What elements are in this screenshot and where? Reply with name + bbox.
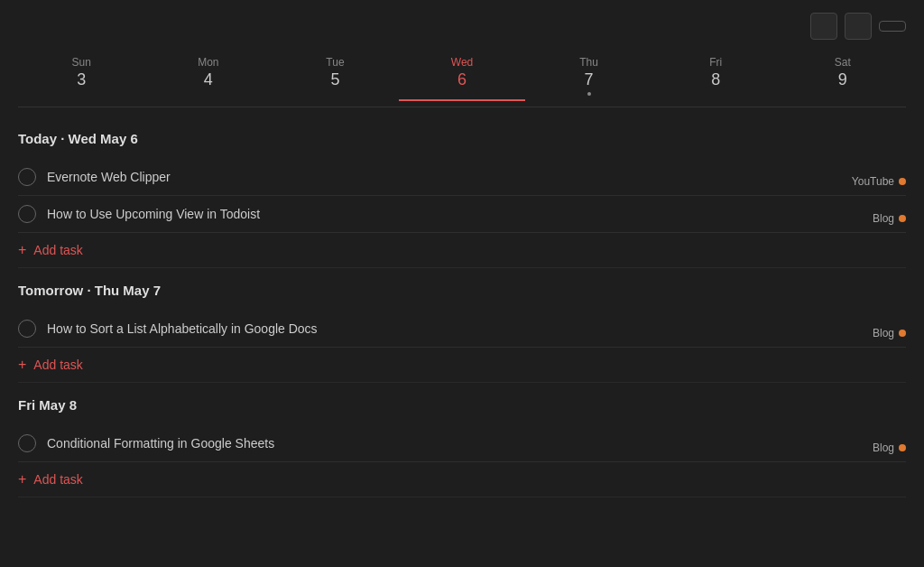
day-number: 4 (145, 70, 273, 89)
main-content: Today · Wed May 6Evernote Web ClipperYou… (0, 107, 924, 567)
today-button[interactable] (879, 21, 906, 32)
tag-color-dot (899, 215, 906, 222)
task-label: Conditional Formatting in Google Sheets (47, 436, 906, 451)
tag-color-dot (899, 178, 906, 185)
day-col-thu[interactable]: Thu7 (525, 52, 652, 99)
add-task-button[interactable]: +Add task (18, 462, 906, 497)
section-header-2: Fri May 8 (18, 397, 906, 418)
task-complete-circle[interactable] (18, 168, 36, 186)
day-name: Mon (145, 56, 273, 69)
add-task-label: Add task (33, 472, 82, 487)
add-task-button[interactable]: +Add task (18, 348, 906, 383)
day-name: Sun (18, 56, 145, 69)
add-task-label: Add task (33, 243, 82, 257)
day-col-sat[interactable]: Sat9 (779, 52, 906, 99)
day-number: 8 (652, 70, 780, 89)
day-number: 5 (272, 70, 399, 89)
add-task-button[interactable]: +Add task (18, 233, 906, 268)
task-complete-circle[interactable] (18, 320, 36, 338)
day-col-tue[interactable]: Tue5 (272, 52, 399, 99)
day-name: Fri (652, 56, 780, 69)
task-label: Evernote Web Clipper (47, 170, 906, 184)
task-tag: Blog (873, 212, 906, 225)
tag-color-dot (899, 444, 906, 451)
day-number: 7 (525, 70, 652, 89)
plus-icon: + (18, 471, 26, 488)
plus-icon: + (18, 357, 26, 373)
task-row: Evernote Web ClipperYouTube (18, 159, 906, 196)
day-col-fri[interactable]: Fri8 (652, 52, 780, 99)
day-name: Wed (399, 56, 526, 69)
day-dot (587, 92, 591, 96)
day-number: 6 (399, 70, 526, 89)
day-name: Tue (272, 56, 399, 69)
day-name: Thu (525, 56, 652, 69)
section-header-0: Today · Wed May 6 (18, 131, 906, 152)
section-header-1: Tomorrow · Thu May 7 (18, 283, 906, 303)
task-row: How to Sort a List Alphabetically in Goo… (18, 311, 906, 348)
task-row: How to Use Upcoming View in TodoistBlog (18, 196, 906, 233)
task-label: How to Sort a List Alphabetically in Goo… (47, 321, 906, 336)
task-complete-circle[interactable] (18, 205, 36, 223)
task-tag: Blog (873, 442, 906, 454)
prev-button[interactable] (810, 13, 837, 40)
task-complete-circle[interactable] (18, 434, 36, 452)
task-label: How to Use Upcoming View in Todoist (47, 207, 906, 221)
header (0, 0, 924, 52)
day-col-mon[interactable]: Mon4 (145, 52, 273, 99)
header-right (810, 13, 906, 40)
day-number: 3 (18, 70, 145, 89)
day-name: Sat (779, 56, 906, 69)
task-row: Conditional Formatting in Google SheetsB… (18, 425, 906, 462)
task-tag: Blog (873, 327, 906, 339)
task-tag: YouTube (852, 175, 906, 188)
day-number: 9 (779, 70, 906, 89)
plus-icon: + (18, 242, 26, 258)
day-col-sun[interactable]: Sun3 (18, 52, 145, 99)
day-col-wed[interactable]: Wed6 (399, 52, 526, 101)
next-button[interactable] (845, 13, 872, 40)
week-strip: Sun3Mon4Tue5Wed6Thu7Fri8Sat9 (18, 52, 906, 107)
add-task-label: Add task (33, 358, 82, 372)
tag-color-dot (899, 330, 906, 337)
